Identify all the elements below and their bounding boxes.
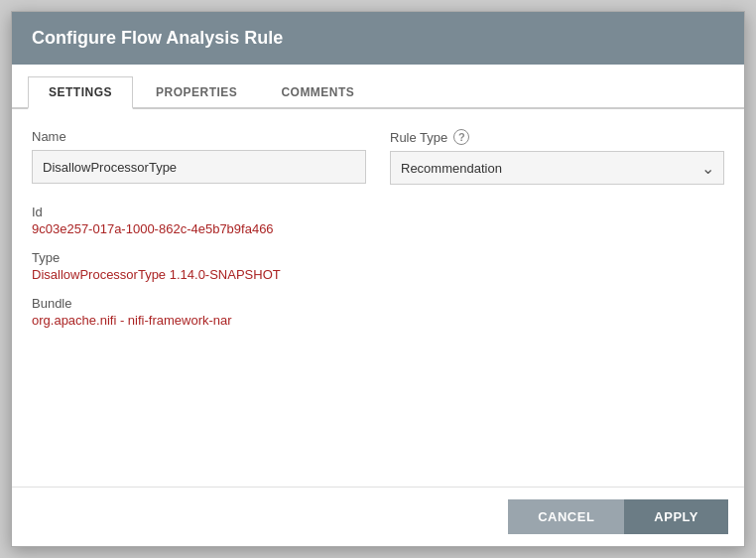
- tab-settings[interactable]: SETTINGS: [28, 76, 133, 109]
- apply-button[interactable]: APPLY: [624, 499, 728, 534]
- tab-comments[interactable]: COMMENTS: [260, 76, 375, 107]
- id-value: 9c03e257-017a-1000-862c-4e5b7b9fa466: [32, 221, 724, 236]
- name-input[interactable]: [32, 150, 366, 184]
- name-label: Name: [32, 129, 366, 144]
- rule-type-help-icon[interactable]: ?: [453, 129, 469, 145]
- rule-type-select[interactable]: Recommendation Enforcement: [390, 151, 724, 185]
- cancel-button[interactable]: CANCEL: [508, 499, 624, 534]
- form-row-top: Name Rule Type ? Recommendation Enforcem…: [32, 129, 724, 185]
- bundle-label: Bundle: [32, 296, 724, 311]
- type-label: Type: [32, 250, 724, 265]
- dialog-body: SETTINGS PROPERTIES COMMENTS Name Rule T…: [12, 65, 744, 487]
- info-section: Id 9c03e257-017a-1000-862c-4e5b7b9fa466 …: [32, 205, 724, 328]
- configure-dialog: Configure Flow Analysis Rule SETTINGS PR…: [11, 11, 745, 547]
- type-value: DisallowProcessorType 1.14.0-SNAPSHOT: [32, 267, 724, 282]
- bundle-item: Bundle org.apache.nifi - nifi-framework-…: [32, 296, 724, 328]
- rule-type-label: Rule Type ?: [390, 129, 724, 145]
- dialog-footer: CANCEL APPLY: [12, 487, 744, 546]
- type-item: Type DisallowProcessorType 1.14.0-SNAPSH…: [32, 250, 724, 282]
- tab-bar: SETTINGS PROPERTIES COMMENTS: [12, 65, 744, 109]
- settings-content: Name Rule Type ? Recommendation Enforcem…: [12, 109, 744, 487]
- dialog-header: Configure Flow Analysis Rule: [12, 12, 744, 65]
- rule-type-group: Rule Type ? Recommendation Enforcement ⌄: [390, 129, 724, 185]
- bundle-value: org.apache.nifi - nifi-framework-nar: [32, 313, 724, 328]
- dialog-title: Configure Flow Analysis Rule: [32, 28, 283, 48]
- tab-properties[interactable]: PROPERTIES: [135, 76, 258, 107]
- name-group: Name: [32, 129, 366, 185]
- id-label: Id: [32, 205, 724, 219]
- rule-type-select-wrapper: Recommendation Enforcement ⌄: [390, 151, 724, 185]
- id-item: Id 9c03e257-017a-1000-862c-4e5b7b9fa466: [32, 205, 724, 236]
